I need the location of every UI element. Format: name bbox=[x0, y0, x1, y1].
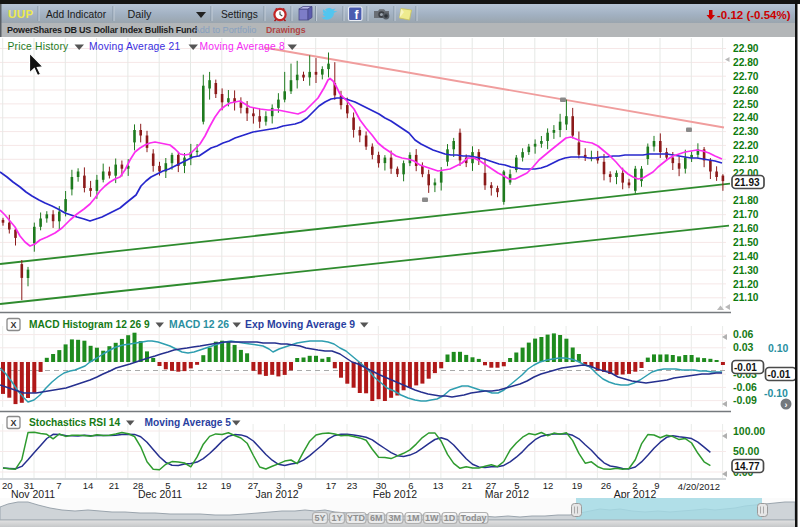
svg-text:14.77: 14.77 bbox=[735, 461, 760, 472]
svg-text:21.40: 21.40 bbox=[733, 251, 759, 262]
svg-text:-0.09: -0.09 bbox=[733, 394, 757, 406]
svg-text:22.20: 22.20 bbox=[733, 140, 759, 151]
svg-text:-0.10: -0.10 bbox=[764, 387, 788, 399]
svg-text:22.70: 22.70 bbox=[733, 71, 759, 82]
svg-text:23: 23 bbox=[347, 480, 358, 491]
svg-text:21.60: 21.60 bbox=[733, 223, 759, 234]
svg-text:26: 26 bbox=[601, 480, 612, 491]
svg-text:12: 12 bbox=[197, 480, 208, 491]
svg-text:Moving Average 5: Moving Average 5 bbox=[145, 417, 232, 428]
svg-text:-0.06: -0.06 bbox=[733, 381, 757, 393]
svg-text:22.90: 22.90 bbox=[733, 43, 759, 54]
svg-text:3M: 3M bbox=[388, 513, 401, 523]
svg-text:Exp Moving Average 9: Exp Moving Average 9 bbox=[245, 319, 355, 330]
svg-text:22.80: 22.80 bbox=[733, 57, 759, 68]
svg-text:0.06: 0.06 bbox=[733, 328, 754, 340]
svg-text:6M: 6M bbox=[370, 513, 383, 523]
svg-text:14: 14 bbox=[83, 480, 94, 491]
svg-text:21.80: 21.80 bbox=[733, 195, 759, 206]
svg-text:7: 7 bbox=[56, 480, 61, 491]
svg-text:-0.12 (-0.54%): -0.12 (-0.54%) bbox=[717, 9, 791, 21]
svg-text:Nov 2011: Nov 2011 bbox=[11, 488, 55, 500]
svg-text:X: X bbox=[10, 320, 16, 330]
svg-text:21.70: 21.70 bbox=[733, 209, 759, 220]
svg-text:21.30: 21.30 bbox=[733, 265, 759, 276]
svg-text:Price History: Price History bbox=[8, 41, 70, 52]
svg-text:1Y: 1Y bbox=[331, 513, 342, 523]
svg-text:Jan 2012: Jan 2012 bbox=[255, 488, 298, 500]
svg-text:21.20: 21.20 bbox=[733, 279, 759, 290]
svg-text:PowerShares DB US Dollar Index: PowerShares DB US Dollar Index Bullish F… bbox=[7, 25, 197, 35]
svg-text:Settings: Settings bbox=[221, 9, 258, 20]
svg-text:Apr 2012: Apr 2012 bbox=[614, 488, 657, 500]
svg-text:Daily: Daily bbox=[128, 8, 153, 20]
svg-text:1D: 1D bbox=[444, 513, 456, 523]
svg-text:-0.01: -0.01 bbox=[768, 369, 791, 380]
svg-text:13: 13 bbox=[433, 480, 444, 491]
svg-text:100.00: 100.00 bbox=[733, 425, 765, 437]
svg-text:Add Indicator: Add Indicator bbox=[46, 9, 107, 20]
svg-text:UUP: UUP bbox=[8, 8, 34, 20]
svg-text:›: › bbox=[785, 400, 788, 410]
svg-text:Today: Today bbox=[461, 513, 487, 523]
svg-text:MACD 12 26: MACD 12 26 bbox=[169, 319, 229, 330]
svg-text:12: 12 bbox=[543, 480, 554, 491]
svg-text:Add to Portfolio: Add to Portfolio bbox=[194, 25, 257, 35]
svg-text:22.60: 22.60 bbox=[733, 85, 759, 96]
svg-text:50.00: 50.00 bbox=[733, 445, 759, 457]
svg-text:5Y: 5Y bbox=[314, 513, 325, 523]
svg-text:1W: 1W bbox=[425, 513, 439, 523]
svg-text:0.03: 0.03 bbox=[733, 341, 754, 353]
svg-text:-0.01: -0.01 bbox=[734, 362, 757, 373]
svg-text:Mar 2012: Mar 2012 bbox=[485, 488, 530, 500]
svg-text:Dec 2011: Dec 2011 bbox=[138, 488, 182, 500]
svg-text:0.10: 0.10 bbox=[768, 342, 789, 354]
svg-text:Moving Average 21: Moving Average 21 bbox=[89, 41, 180, 52]
svg-text:19: 19 bbox=[572, 480, 583, 491]
svg-text:21: 21 bbox=[109, 480, 120, 491]
svg-text:YTD: YTD bbox=[347, 513, 366, 523]
svg-text:22.10: 22.10 bbox=[733, 154, 759, 165]
svg-text:MACD Histogram 12 26 9: MACD Histogram 12 26 9 bbox=[29, 319, 150, 330]
svg-text:Feb 2012: Feb 2012 bbox=[373, 488, 418, 500]
svg-text:21: 21 bbox=[462, 480, 473, 491]
svg-text:17: 17 bbox=[326, 480, 337, 491]
svg-text:Moving Average 8: Moving Average 8 bbox=[200, 41, 286, 52]
svg-text:21.50: 21.50 bbox=[733, 237, 759, 248]
svg-text:1M: 1M bbox=[407, 513, 420, 523]
svg-text:22.30: 22.30 bbox=[733, 126, 759, 137]
svg-text:22.50: 22.50 bbox=[733, 99, 759, 110]
svg-text:X: X bbox=[10, 418, 16, 428]
svg-text:21.93: 21.93 bbox=[735, 177, 760, 188]
svg-text:4/20/2012: 4/20/2012 bbox=[678, 481, 720, 492]
svg-text:Drawings: Drawings bbox=[266, 25, 306, 35]
svg-text:21.10: 21.10 bbox=[733, 292, 759, 303]
svg-text:22.40: 22.40 bbox=[733, 112, 759, 123]
svg-text:19: 19 bbox=[221, 480, 232, 491]
svg-text:Stochastics RSI 14: Stochastics RSI 14 bbox=[29, 417, 120, 428]
